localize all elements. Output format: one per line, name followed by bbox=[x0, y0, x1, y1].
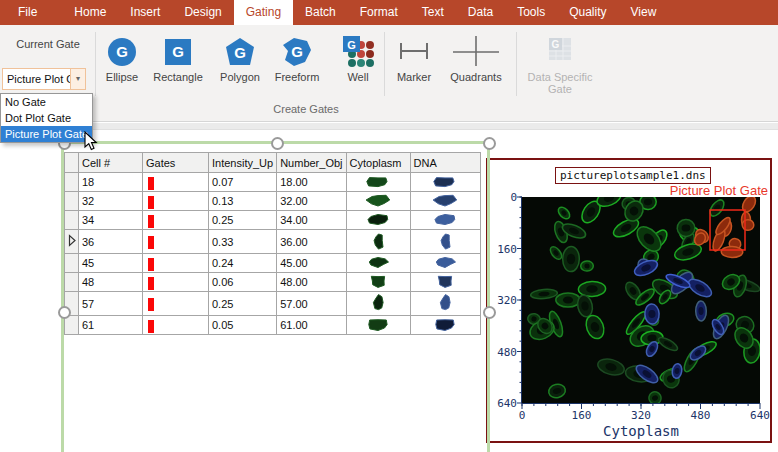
row-selector[interactable] bbox=[65, 192, 79, 211]
cell-number[interactable]: 61 bbox=[79, 316, 143, 335]
cell-intensity[interactable]: 0.25 bbox=[209, 292, 277, 316]
tab-text[interactable]: Text bbox=[410, 0, 456, 25]
tab-home[interactable]: Home bbox=[62, 0, 118, 25]
cell-number-obj[interactable]: 32.00 bbox=[277, 192, 346, 211]
selection-handle-middle-left[interactable] bbox=[58, 306, 71, 319]
cell-number-obj[interactable]: 36.00 bbox=[277, 230, 346, 254]
cell-dna-image[interactable] bbox=[410, 211, 480, 230]
selection-border-right[interactable] bbox=[487, 141, 490, 452]
row-selector[interactable] bbox=[65, 173, 79, 192]
selection-handle-top-middle[interactable] bbox=[271, 137, 284, 150]
table-row[interactable]: 450.2445.00 bbox=[65, 254, 481, 273]
tab-view[interactable]: View bbox=[619, 0, 669, 25]
cell-cytoplasm-image[interactable] bbox=[346, 273, 410, 292]
current-gate-combobox[interactable]: Picture Plot Gate ▾ bbox=[2, 68, 86, 90]
cell-gates[interactable] bbox=[143, 316, 209, 335]
cell-cytoplasm-image[interactable] bbox=[346, 316, 410, 335]
well-gate-button[interactable]: G Well bbox=[333, 31, 383, 97]
row-selector[interactable] bbox=[65, 254, 79, 273]
tab-batch[interactable]: Batch bbox=[293, 0, 348, 25]
column-header-0[interactable]: Cell # bbox=[79, 153, 143, 173]
cell-dna-image[interactable] bbox=[410, 230, 480, 254]
tab-design[interactable]: Design bbox=[172, 0, 233, 25]
cell-intensity[interactable]: 0.05 bbox=[209, 316, 277, 335]
cell-number-obj[interactable]: 34.00 bbox=[277, 211, 346, 230]
cell-number-obj[interactable]: 18.00 bbox=[277, 173, 346, 192]
selection-border-left[interactable] bbox=[61, 141, 64, 452]
cell-number[interactable]: 32 bbox=[79, 192, 143, 211]
cell-number-obj[interactable]: 57.00 bbox=[277, 292, 346, 316]
ellipse-gate-button[interactable]: G Ellipse bbox=[97, 31, 147, 97]
tab-data[interactable]: Data bbox=[456, 0, 505, 25]
data-table[interactable]: Cell #GatesIntensity_UpNumber_ObjCytopla… bbox=[64, 152, 481, 335]
cell-number[interactable]: 45 bbox=[79, 254, 143, 273]
polygon-gate-button[interactable]: G Polygon bbox=[212, 31, 268, 97]
column-header-3[interactable]: Number_Obj bbox=[277, 153, 346, 173]
cell-dna-image[interactable] bbox=[410, 273, 480, 292]
selection-handle-middle-right[interactable] bbox=[483, 306, 496, 319]
tab-insert[interactable]: Insert bbox=[118, 0, 172, 25]
row-selector[interactable] bbox=[65, 211, 79, 230]
table-row[interactable]: 480.0648.00 bbox=[65, 273, 481, 292]
cell-gates[interactable] bbox=[143, 230, 209, 254]
column-header-5[interactable]: DNA bbox=[410, 153, 480, 173]
table-row[interactable]: 610.0561.00 bbox=[65, 316, 481, 335]
column-header-2[interactable]: Intensity_Up bbox=[209, 153, 277, 173]
cell-cytoplasm-image[interactable] bbox=[346, 211, 410, 230]
row-selector[interactable] bbox=[65, 273, 79, 292]
tab-format[interactable]: Format bbox=[348, 0, 410, 25]
dropdown-item-dot-plot-gate[interactable]: Dot Plot Gate bbox=[1, 110, 92, 126]
cell-number-obj[interactable]: 61.00 bbox=[277, 316, 346, 335]
cell-gates[interactable] bbox=[143, 273, 209, 292]
dropdown-item-picture-plot-gate[interactable]: Picture Plot Gate bbox=[1, 126, 92, 142]
cell-cytoplasm-image[interactable] bbox=[346, 192, 410, 211]
cell-intensity[interactable]: 0.24 bbox=[209, 254, 277, 273]
table-row[interactable]: 320.1332.00 bbox=[65, 192, 481, 211]
cell-cytoplasm-image[interactable] bbox=[346, 254, 410, 273]
cell-number[interactable]: 36 bbox=[79, 230, 143, 254]
cell-intensity[interactable]: 0.06 bbox=[209, 273, 277, 292]
selection-handle-top-right[interactable] bbox=[483, 137, 496, 150]
cell-gates[interactable] bbox=[143, 173, 209, 192]
cell-number-obj[interactable]: 45.00 bbox=[277, 254, 346, 273]
cell-number[interactable]: 18 bbox=[79, 173, 143, 192]
cell-dna-image[interactable] bbox=[410, 173, 480, 192]
dropdown-item-no-gate[interactable]: No Gate bbox=[1, 94, 92, 110]
cell-number[interactable]: 48 bbox=[79, 273, 143, 292]
table-row[interactable]: 180.0718.00 bbox=[65, 173, 481, 192]
microscopy-image[interactable] bbox=[522, 197, 760, 403]
table-row[interactable]: 360.3336.00 bbox=[65, 230, 481, 254]
table-row[interactable]: 340.2534.00 bbox=[65, 211, 481, 230]
tab-quality[interactable]: Quality bbox=[557, 0, 618, 25]
cell-gates[interactable] bbox=[143, 254, 209, 273]
cell-intensity[interactable]: 0.25 bbox=[209, 211, 277, 230]
quadrants-gate-button[interactable]: Quadrants bbox=[443, 31, 509, 97]
cell-gates[interactable] bbox=[143, 211, 209, 230]
cell-cytoplasm-image[interactable] bbox=[346, 292, 410, 316]
cell-gates[interactable] bbox=[143, 192, 209, 211]
cell-cytoplasm-image[interactable] bbox=[346, 230, 410, 254]
cell-intensity[interactable]: 0.07 bbox=[209, 173, 277, 192]
row-selector[interactable] bbox=[65, 230, 79, 254]
cell-dna-image[interactable] bbox=[410, 192, 480, 211]
marker-gate-button[interactable]: Marker bbox=[387, 31, 441, 97]
cell-dna-image[interactable] bbox=[410, 316, 480, 335]
cell-cytoplasm-image[interactable] bbox=[346, 173, 410, 192]
chevron-down-icon[interactable]: ▾ bbox=[70, 69, 85, 89]
picture-plot-panel[interactable]: pictureplotsample1.dns Picture Plot Gate… bbox=[486, 158, 772, 443]
cell-number-obj[interactable]: 48.00 bbox=[277, 273, 346, 292]
cell-dna-image[interactable] bbox=[410, 292, 480, 316]
cell-dna-image[interactable] bbox=[410, 254, 480, 273]
table-row[interactable]: 570.2557.00 bbox=[65, 292, 481, 316]
cell-gates[interactable] bbox=[143, 292, 209, 316]
freeform-gate-button[interactable]: G Freeform bbox=[267, 31, 327, 97]
column-header-1[interactable]: Gates bbox=[143, 153, 209, 173]
cell-number[interactable]: 57 bbox=[79, 292, 143, 316]
rectangle-gate-button[interactable]: G Rectangle bbox=[149, 31, 207, 97]
cell-intensity[interactable]: 0.33 bbox=[209, 230, 277, 254]
tab-file[interactable]: File bbox=[2, 0, 53, 25]
tab-gating[interactable]: Gating bbox=[234, 0, 293, 25]
cell-number[interactable]: 34 bbox=[79, 211, 143, 230]
tab-tools[interactable]: Tools bbox=[505, 0, 557, 25]
data-specific-gate-button[interactable]: G Data Specific Gate bbox=[519, 31, 601, 97]
